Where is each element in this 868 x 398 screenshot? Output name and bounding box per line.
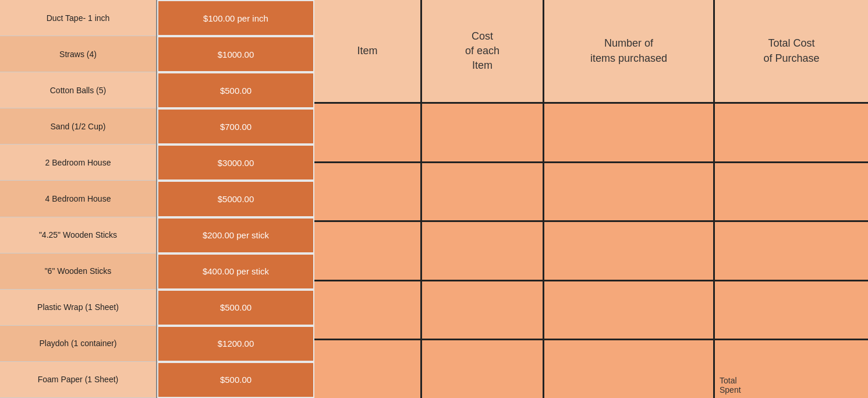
col-header-item: Item: [314, 0, 422, 102]
col-header-number: Number ofitems purchased: [544, 0, 715, 102]
list-item: Straws (4): [0, 36, 156, 72]
price-item: $400.00 per stick: [157, 253, 314, 290]
price-item: $1000.00: [157, 36, 314, 72]
list-item: "6" Wooden Sticks: [0, 253, 156, 290]
row3-cost: [422, 222, 544, 280]
table-header: Item Costof eachItem Number ofitems purc…: [314, 0, 868, 104]
row2-item: [314, 163, 422, 221]
list-item: Sand (1/2 Cup): [0, 108, 156, 145]
row4-item: [314, 281, 422, 339]
row3-item: [314, 222, 422, 280]
list-item: "4.25" Wooden Sticks: [0, 217, 156, 253]
table-row: [314, 281, 868, 341]
row1-total: [715, 104, 868, 161]
price-item: $5000.00: [157, 181, 314, 217]
price-item: $500.00: [157, 362, 314, 398]
row5-number: [544, 340, 715, 398]
main-container: Duct Tape- 1 inchStraws (4)Cotton Balls …: [0, 0, 868, 398]
price-item: $500.00: [157, 290, 314, 326]
row1-item: [314, 104, 422, 161]
list-item: Foam Paper (1 Sheet): [0, 362, 156, 398]
row2-number: [544, 163, 715, 221]
prices-column: $100.00 per inch$1000.00$500.00$700.00$3…: [157, 0, 314, 398]
table-row: [314, 222, 868, 281]
list-item: 2 Bedroom House: [0, 145, 156, 181]
price-item: $200.00 per stick: [157, 217, 314, 253]
row3-total: [715, 222, 868, 280]
table-row: [314, 104, 868, 163]
row4-cost: [422, 281, 544, 339]
price-item: $700.00: [157, 108, 314, 145]
col-header-cost: Costof eachItem: [422, 0, 544, 102]
row2-total: [715, 163, 868, 221]
row1-cost: [422, 104, 544, 161]
table-row: [314, 163, 868, 223]
total-spent-cell: TotalSpent: [715, 340, 868, 398]
row5-cost: [422, 340, 544, 398]
row4-total: [715, 281, 868, 339]
price-item: $3000.00: [157, 145, 314, 181]
items-column: Duct Tape- 1 inchStraws (4)Cotton Balls …: [0, 0, 157, 398]
price-item: $500.00: [157, 72, 314, 108]
row5-item: [314, 340, 422, 398]
col-header-total: Total Costof Purchase: [715, 0, 868, 102]
list-item: Plastic Wrap (1 Sheet): [0, 290, 156, 326]
left-panel: Duct Tape- 1 inchStraws (4)Cotton Balls …: [0, 0, 314, 398]
list-item: Cotton Balls (5): [0, 72, 156, 108]
list-item: Playdoh (1 container): [0, 326, 156, 362]
price-item: $100.00 per inch: [157, 0, 314, 36]
price-item: $1200.00: [157, 326, 314, 362]
row2-cost: [422, 163, 544, 221]
row3-number: [544, 222, 715, 280]
row4-number: [544, 281, 715, 339]
table-row: TotalSpent: [314, 340, 868, 398]
right-panel: Item Costof eachItem Number ofitems purc…: [314, 0, 868, 398]
row1-number: [544, 104, 715, 161]
table-body: TotalSpent: [314, 104, 868, 398]
list-item: 4 Bedroom House: [0, 181, 156, 217]
list-item: Duct Tape- 1 inch: [0, 0, 156, 36]
